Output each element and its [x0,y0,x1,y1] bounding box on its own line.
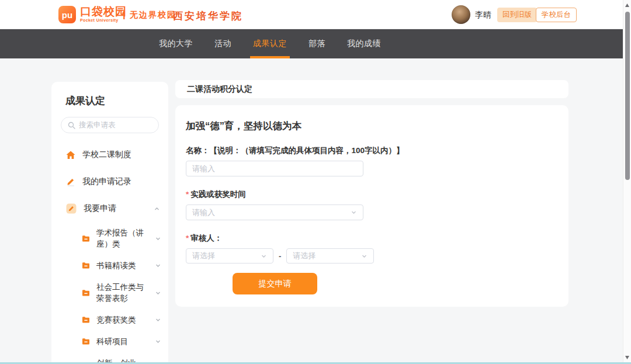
school-name: 西安培华学院 [173,9,243,23]
folder-icon [82,338,90,345]
scroll-down-arrow-icon[interactable] [623,354,631,361]
back-to-old-version-button[interactable]: 回到旧版 [497,8,537,22]
sidebar-subitem-label: 社会工作类与荣誉表彰 [96,282,148,304]
sidebar-subitem-research-projects[interactable]: 科研项目 [51,331,168,352]
brand-wordmark[interactable]: 口袋校园 Pocket University [80,5,127,22]
brand-tagline: 无边界校园 [130,10,176,20]
tab-tribe[interactable]: 部落 [307,29,327,58]
sidebar-item-apply[interactable]: 我要申请 [51,195,168,222]
sidebar-title: 成果认定 [65,94,168,108]
name-field-label: 名称：【说明：（请填写完成的具体项目内容，100字以内）】 [186,145,558,156]
sidebar-subitem-competition-awards[interactable]: 竞赛获奖类 [51,309,168,331]
reviewer-end-placeholder: 请选择 [293,251,316,261]
folder-icon [82,289,90,297]
brand-name: 口袋校园 [80,5,127,18]
tab-achievement-recognition[interactable]: 成果认定 [252,29,288,58]
chevron-down-icon [261,253,267,259]
chevron-down-icon [155,338,161,345]
main-navbar: 我的大学 活动 成果认定 部落 我的成绩 [0,29,631,58]
reviewer-start-select[interactable]: 请选择 [186,248,273,264]
required-marker: * [186,234,189,242]
time-field-label: *实践或获奖时间 [186,189,558,200]
folder-icon [82,235,90,242]
sidebar: 成果认定 学校二课制度 我的申请记录 [51,82,168,364]
sidebar-subitem-book-reading[interactable]: 书籍精读类 [51,255,168,276]
home-icon [66,151,75,160]
pocket-university-logo[interactable]: pu [58,6,76,23]
brand-subtitle: Pocket University [80,18,127,22]
sidebar-menu: 学校二课制度 我的申请记录 我要申请 [51,141,168,364]
name-input[interactable] [186,161,363,176]
pencil-icon [66,177,75,186]
sidebar-item-label: 我的申请记录 [82,176,131,187]
range-separator: - [279,252,281,261]
folder-icon [82,316,90,324]
reviewer-selects-row: 请选择 - 请选择 [186,248,558,264]
chevron-down-icon [361,253,367,259]
chevron-down-icon [155,235,161,242]
sidebar-subitem-label: 书籍精读类 [96,260,148,271]
user-avatar[interactable] [452,5,470,24]
tab-my-grades[interactable]: 我的成绩 [346,29,382,58]
required-marker: * [186,190,189,199]
apply-pencil-icon [66,203,77,214]
sidebar-item-label: 学校二课制度 [82,150,131,160]
scrollbar-thumb[interactable] [625,12,630,180]
tab-activities[interactable]: 活动 [213,29,233,58]
user-name[interactable]: 李晴 [475,10,491,20]
vertical-scrollbar[interactable] [623,0,631,364]
brand-divider: | [123,9,126,20]
sidebar-search[interactable] [61,117,159,133]
folder-icon [82,262,90,269]
chevron-down-icon [155,290,161,296]
nav-tabs: 我的大学 活动 成果认定 部落 我的成绩 [158,29,382,58]
chevron-up-icon [154,206,160,212]
page-title: 二课活动积分认定 [175,80,568,98]
search-input[interactable] [79,121,152,129]
time-select-placeholder: 请输入 [192,207,215,218]
scroll-up-arrow-icon[interactable] [623,2,631,9]
reviewer-field-label: *审核人： [186,233,558,244]
school-admin-button[interactable]: 学校后台 [536,8,577,22]
page-title-text: 二课活动积分认定 [187,84,252,95]
sidebar-subitem-label: 科研项目 [96,336,148,347]
chevron-down-icon [155,317,161,323]
chevron-down-icon [351,209,357,216]
sidebar-item-my-applications[interactable]: 我的申请记录 [51,168,168,195]
search-icon [68,122,75,129]
sidebar-subitem-social-work-honors[interactable]: 社会工作类与荣誉表彰 [51,276,168,309]
tab-my-university[interactable]: 我的大学 [158,29,194,58]
form-title: 加强“德”育，坚持以德为本 [186,120,558,133]
application-form-card: 加强“德”育，坚持以德为本 名称：【说明：（请填写完成的具体项目内容，100字以… [175,105,568,307]
top-header: pu 口袋校园 Pocket University | 无边界校园 西安培华学院… [0,0,631,29]
time-select[interactable]: 请输入 [186,204,363,220]
sidebar-subitem-academic-lectures[interactable]: 学术报告（讲座）类 [51,222,168,255]
reviewer-start-placeholder: 请选择 [192,251,215,261]
submit-application-button[interactable]: 提交申请 [233,273,317,294]
reviewer-end-select[interactable]: 请选择 [286,248,374,264]
sidebar-item-school-system[interactable]: 学校二课制度 [51,141,168,168]
sidebar-subitem-label: 学术报告（讲座）类 [96,227,148,249]
chevron-down-icon [155,262,161,269]
sidebar-subitem-label: 竞赛获奖类 [96,314,148,325]
app-window: pu 口袋校园 Pocket University | 无边界校园 西安培华学院… [0,0,631,364]
logo-badge-text: pu [62,10,72,20]
sidebar-item-label: 我要申请 [84,203,116,214]
